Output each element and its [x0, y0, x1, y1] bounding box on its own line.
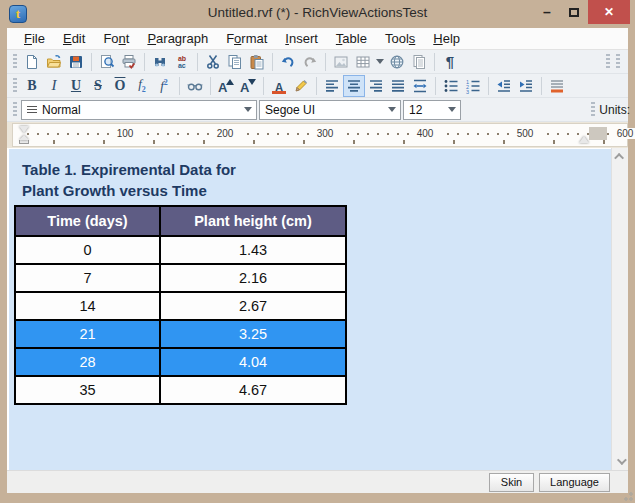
- align-right-button[interactable]: [365, 75, 387, 97]
- toolbar-grip[interactable]: [616, 54, 620, 70]
- menu-font[interactable]: Font: [94, 29, 138, 48]
- save-button[interactable]: [65, 51, 87, 73]
- highlight-button[interactable]: [290, 75, 312, 97]
- table-header-height[interactable]: Plant height (cm): [160, 206, 346, 236]
- print-preview-button[interactable]: [96, 51, 118, 73]
- pilcrow-icon: ¶: [446, 54, 454, 69]
- cell-time[interactable]: 21: [15, 320, 160, 348]
- skin-button[interactable]: Skin: [489, 473, 534, 492]
- copy-document-button[interactable]: [408, 51, 430, 73]
- undo-icon: [280, 54, 296, 70]
- print-button[interactable]: [118, 51, 140, 73]
- superscript-button[interactable]: f2: [153, 75, 175, 97]
- maximize-button[interactable]: [561, 0, 587, 24]
- scroll-up-button[interactable]: [612, 148, 629, 165]
- right-indent-marker[interactable]: [579, 136, 589, 143]
- cell-height[interactable]: 2.16: [160, 264, 346, 292]
- table-row[interactable]: 14 2.67: [15, 292, 346, 320]
- bullet-list-button[interactable]: [440, 75, 462, 97]
- table-row-selected[interactable]: 21 3.25: [15, 320, 346, 348]
- overline-button[interactable]: O: [109, 75, 131, 97]
- align-left-button[interactable]: [321, 75, 343, 97]
- cell-time[interactable]: 7: [15, 264, 160, 292]
- font-combobox[interactable]: Segoe UI: [259, 100, 401, 120]
- minimize-button[interactable]: –: [534, 0, 560, 24]
- cell-height[interactable]: 3.25: [160, 320, 346, 348]
- cell-time[interactable]: 28: [15, 348, 160, 376]
- heading-line-2[interactable]: Plant Growth versus Time: [22, 180, 236, 201]
- data-table[interactable]: Time (days) Plant height (cm) 0 1.43 7 2…: [14, 205, 347, 405]
- decrease-indent-button[interactable]: [493, 75, 515, 97]
- scroll-down-button[interactable]: [612, 453, 629, 470]
- increase-indent-button[interactable]: [515, 75, 537, 97]
- numbered-list-button[interactable]: 123: [462, 75, 484, 97]
- cell-height[interactable]: 4.04: [160, 348, 346, 376]
- underline-button[interactable]: U: [65, 75, 87, 97]
- shrink-font-button[interactable]: A: [237, 75, 259, 97]
- toolbar-grip[interactable]: [606, 54, 610, 70]
- cut-button[interactable]: [202, 51, 224, 73]
- cell-time[interactable]: 0: [15, 236, 160, 264]
- menu-insert[interactable]: Insert: [276, 29, 327, 48]
- toolbar-grip[interactable]: [13, 78, 17, 94]
- bold-button[interactable]: B: [21, 75, 43, 97]
- cell-height[interactable]: 1.43: [160, 236, 346, 264]
- replace-button[interactable]: abac: [171, 51, 193, 73]
- insert-table-dropdown[interactable]: [374, 51, 386, 73]
- table-row[interactable]: 7 2.16: [15, 264, 346, 292]
- heading-line-1[interactable]: Table 1. Expiremental Data for: [22, 159, 236, 180]
- menu-table[interactable]: Table: [327, 29, 376, 48]
- table-row[interactable]: 0 1.43: [15, 236, 346, 264]
- document-heading[interactable]: Table 1. Expiremental Data for Plant Gro…: [22, 159, 236, 201]
- copy-button[interactable]: [224, 51, 246, 73]
- toolbar-grip[interactable]: [591, 102, 595, 118]
- justify-button[interactable]: [387, 75, 409, 97]
- menu-tools[interactable]: Tools: [376, 29, 424, 48]
- grow-font-button[interactable]: A: [215, 75, 237, 97]
- cell-time[interactable]: 14: [15, 292, 160, 320]
- find-button[interactable]: [149, 51, 171, 73]
- align-center-button[interactable]: [343, 75, 365, 97]
- toolbar-standard: abac ¶: [7, 50, 628, 74]
- text-visibility-button[interactable]: [184, 75, 206, 97]
- style-combobox[interactable]: Normal: [21, 100, 257, 120]
- italic-button[interactable]: I: [43, 75, 65, 97]
- show-paragraph-marks-button[interactable]: ¶: [439, 51, 461, 73]
- close-button[interactable]: ✕: [588, 0, 630, 24]
- vertical-scrollbar[interactable]: [611, 148, 628, 470]
- menu-help[interactable]: Help: [424, 29, 469, 48]
- insert-image-button[interactable]: [330, 51, 352, 73]
- paragraph-color-button[interactable]: [546, 75, 568, 97]
- hyperlink-button[interactable]: [386, 51, 408, 73]
- insert-table-button[interactable]: [352, 51, 374, 73]
- open-button[interactable]: [43, 51, 65, 73]
- toolbar-grip[interactable]: [13, 54, 17, 70]
- cell-time[interactable]: 35: [15, 376, 160, 404]
- document-area[interactable]: Table 1. Expiremental Data for Plant Gro…: [7, 148, 611, 470]
- menu-edit[interactable]: Edit: [54, 29, 94, 48]
- menu-file[interactable]: File: [15, 29, 54, 48]
- redo-button[interactable]: [299, 51, 321, 73]
- menu-format[interactable]: Format: [217, 29, 276, 48]
- font-size-combobox[interactable]: 12: [403, 100, 461, 120]
- menu-paragraph[interactable]: Paragraph: [138, 29, 217, 48]
- resize-grip[interactable]: [621, 489, 633, 501]
- undo-button[interactable]: [277, 51, 299, 73]
- language-button[interactable]: Language: [539, 473, 610, 492]
- left-indent-marker[interactable]: [19, 135, 29, 144]
- first-line-indent-marker[interactable]: [19, 126, 29, 133]
- numbered-list-icon: 123: [465, 78, 481, 94]
- subscript-button[interactable]: f2: [131, 75, 153, 97]
- cell-height[interactable]: 2.67: [160, 292, 346, 320]
- table-header-time[interactable]: Time (days): [15, 206, 160, 236]
- strikethrough-button[interactable]: S: [87, 75, 109, 97]
- paste-button[interactable]: [246, 51, 268, 73]
- cell-height[interactable]: 4.67: [160, 376, 346, 404]
- ruler-tick-label: 600: [610, 128, 635, 139]
- toolbar-grip[interactable]: [13, 102, 17, 118]
- new-document-button[interactable]: [21, 51, 43, 73]
- table-row-selected[interactable]: 28 4.04: [15, 348, 346, 376]
- font-color-button[interactable]: A: [268, 75, 290, 97]
- table-row[interactable]: 35 4.67: [15, 376, 346, 404]
- distribute-button[interactable]: [409, 75, 431, 97]
